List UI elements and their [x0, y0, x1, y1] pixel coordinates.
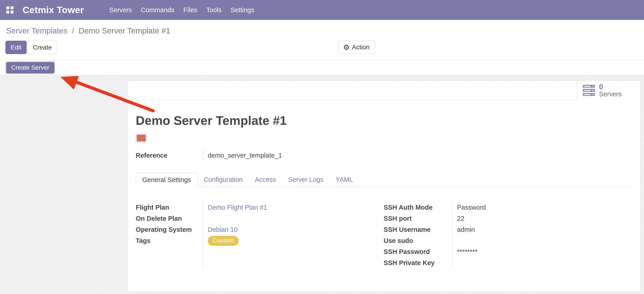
labels-column: SSH Auth Mode SSH port SSH Username Use … [384, 202, 452, 268]
use-sudo-label: Use sudo [384, 235, 452, 246]
menu-item-commands[interactable]: Commands [141, 6, 174, 14]
ssh-password-label: SSH Password [384, 246, 452, 257]
field-group-right: SSH Auth Mode SSH port SSH Username Use … [384, 202, 632, 268]
tag-custom: Custom [208, 236, 239, 246]
button-box: 0 Servers [128, 80, 640, 100]
tab-server-logs[interactable]: Server Logs [282, 173, 330, 187]
tab-general-settings[interactable]: General Settings [136, 173, 198, 187]
sheet-body: Demo Server Template #1 Reference demo_s… [128, 113, 640, 268]
server-bar [583, 93, 595, 96]
notebook-tabs: General Settings Configuration Access Se… [136, 173, 632, 187]
apps-grid-icon[interactable] [6, 6, 14, 14]
breadcrumb: Server Templates / Demo Server Template … [0, 20, 644, 36]
server-bar [583, 85, 595, 88]
form-view-background: 0 Servers Demo Server Template #1 Refere… [0, 75, 644, 294]
tags-label: Tags [136, 235, 203, 246]
operating-system-label: Operating System [136, 224, 203, 235]
apps-grid-dot [6, 11, 9, 14]
breadcrumb-separator: / [70, 26, 76, 35]
menu-item-servers[interactable]: Servers [109, 6, 132, 14]
reference-value: demo_server_template_1 [203, 149, 282, 162]
app-brand[interactable]: Cetmix Tower [22, 5, 84, 15]
operating-system-value[interactable]: Debian 10 [208, 226, 238, 233]
gear-icon: ⚙ [343, 43, 350, 52]
server-stack-icon [583, 85, 595, 96]
control-panel: Server Templates / Demo Server Template … [0, 20, 644, 60]
servers-count: 0 [599, 83, 622, 91]
reference-label: Reference [136, 149, 203, 162]
labels-column: Flight Plan On Delete Plan Operating Sys… [136, 202, 203, 268]
flight-plan-label: Flight Plan [136, 202, 203, 213]
action-button[interactable]: ⚙ Action [338, 41, 375, 54]
apps-grid-dot [6, 6, 9, 9]
record-title: Demo Server Template #1 [136, 113, 632, 128]
edit-button[interactable]: Edit [6, 41, 27, 54]
on-delete-plan-label: On Delete Plan [136, 213, 203, 224]
breadcrumb-parent-link[interactable]: Server Templates [6, 26, 68, 35]
record-buttons: Edit Create [6, 41, 644, 54]
breadcrumb-current: Demo Server Template #1 [78, 26, 170, 35]
servers-stat-button[interactable]: 0 Servers [577, 80, 640, 100]
tab-configuration[interactable]: Configuration [198, 173, 249, 187]
field-group-left: Flight Plan On Delete Plan Operating Sys… [136, 202, 384, 268]
server-bar [583, 89, 595, 92]
flight-plan-value[interactable]: Demo Flight Plan #1 [208, 204, 267, 211]
stat-text: 0 Servers [599, 83, 622, 98]
tab-yaml[interactable]: YAML [330, 173, 359, 187]
ssh-auth-mode-label: SSH Auth Mode [384, 202, 452, 213]
ssh-port-label: SSH port [384, 213, 452, 224]
ssh-auth-mode-value: Password [457, 202, 632, 213]
color-swatch [136, 134, 147, 142]
apps-grid-dot [10, 11, 14, 14]
tab-access[interactable]: Access [249, 173, 282, 187]
values-column: Password 22 admin ******** [452, 202, 632, 268]
menu-item-settings[interactable]: Settings [230, 6, 254, 14]
ssh-username-value: admin [457, 224, 632, 235]
action-button-label: Action [352, 44, 370, 51]
ssh-password-value: ******** [457, 246, 632, 257]
reference-field: Reference demo_server_template_1 [136, 149, 632, 162]
values-column: Demo Flight Plan #1 Debian 10 Custom [203, 202, 384, 268]
menu-item-tools[interactable]: Tools [206, 6, 222, 14]
main-menu: Servers Commands Files Tools Settings [109, 6, 254, 14]
ssh-private-key-value [457, 257, 632, 268]
form-sheet: 0 Servers Demo Server Template #1 Refere… [127, 80, 640, 292]
ssh-username-label: SSH Username [384, 224, 452, 235]
create-server-strip: Create Server [0, 60, 644, 75]
general-settings-fields: Flight Plan On Delete Plan Operating Sys… [136, 202, 632, 268]
apps-grid-dot [10, 6, 14, 9]
color-swatch-fill [137, 135, 146, 141]
menu-item-files[interactable]: Files [183, 6, 197, 14]
on-delete-plan-value [208, 213, 384, 224]
top-navbar: Cetmix Tower Servers Commands Files Tool… [0, 0, 644, 20]
create-server-button[interactable]: Create Server [6, 61, 55, 74]
ssh-port-value: 22 [457, 213, 632, 224]
ssh-private-key-label: SSH Private Key [384, 257, 452, 268]
use-sudo-value [457, 235, 632, 246]
servers-label: Servers [599, 91, 622, 98]
create-button[interactable]: Create [28, 41, 57, 54]
